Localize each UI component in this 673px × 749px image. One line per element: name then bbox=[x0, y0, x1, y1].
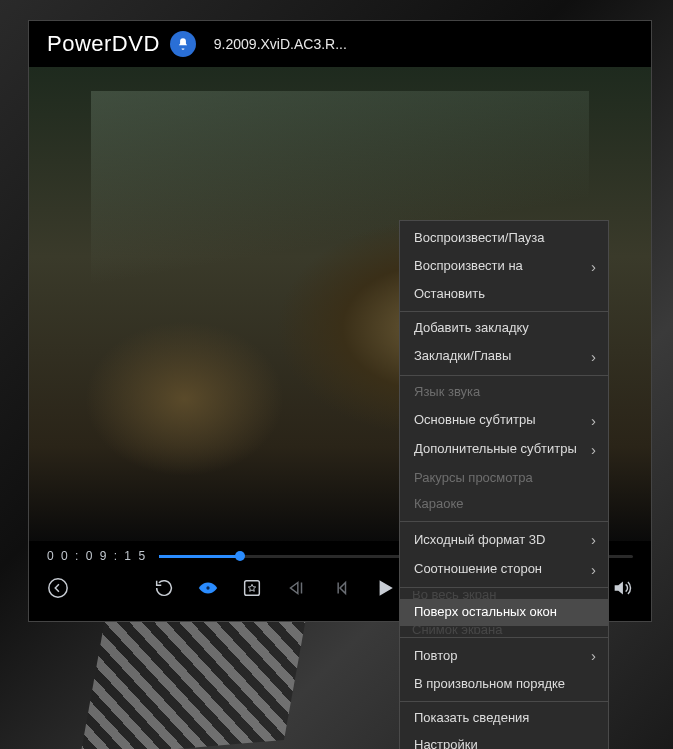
ctx-item-label: Во весь экран bbox=[412, 591, 496, 599]
ctx-item[interactable]: Во весь экран bbox=[400, 591, 608, 599]
notification-bell-icon[interactable] bbox=[170, 31, 196, 57]
prev-chapter-icon[interactable] bbox=[285, 577, 307, 599]
svg-point-1 bbox=[206, 586, 211, 591]
ctx-item[interactable]: Дополнительные субтитры bbox=[400, 435, 608, 465]
progress-fill bbox=[159, 555, 240, 558]
ctx-item-label: Закладки/Главы bbox=[414, 348, 511, 365]
ctx-item[interactable]: В произвольном порядке bbox=[400, 671, 608, 698]
elapsed-time: 0 0 : 0 9 : 1 5 bbox=[47, 549, 147, 563]
ctx-item[interactable]: Основные субтитры bbox=[400, 406, 608, 436]
play-pause-button[interactable] bbox=[373, 577, 395, 599]
ctx-item[interactable]: Соотношение сторон bbox=[400, 555, 608, 585]
ctx-item-label: Показать сведения bbox=[414, 710, 529, 727]
ctx-item[interactable]: Остановить bbox=[400, 281, 608, 308]
ctx-separator bbox=[400, 587, 608, 588]
ctx-item[interactable]: Повтор bbox=[400, 641, 608, 671]
rotate-icon[interactable] bbox=[153, 577, 175, 599]
ctx-item: Ракурсы просмотра bbox=[400, 465, 608, 492]
ctx-item-label: Основные субтитры bbox=[414, 412, 536, 429]
ctx-separator bbox=[400, 375, 608, 376]
ctx-item-label: Дополнительные субтитры bbox=[414, 441, 577, 458]
ctx-item[interactable]: Воспроизвести на bbox=[400, 252, 608, 282]
progress-knob[interactable] bbox=[235, 551, 245, 561]
ctx-item-label: Остановить bbox=[414, 286, 485, 303]
ctx-item-label: Соотношение сторон bbox=[414, 561, 542, 578]
ctx-item-label: Повтор bbox=[414, 648, 457, 665]
bookmark-button[interactable] bbox=[241, 577, 263, 599]
ctx-item[interactable]: Исходный формат 3D bbox=[400, 525, 608, 555]
svg-rect-2 bbox=[245, 581, 260, 596]
ctx-item[interactable]: Настройки bbox=[400, 732, 608, 749]
ctx-item-label: Поверх остальных окон bbox=[414, 604, 557, 621]
truetheater-icon[interactable] bbox=[197, 577, 219, 599]
app-name: PowerDVD bbox=[47, 31, 160, 57]
context-menu: Воспроизвести/ПаузаВоспроизвести наОстан… bbox=[399, 220, 609, 749]
ctx-separator bbox=[400, 701, 608, 702]
ctx-item[interactable]: Добавить закладку bbox=[400, 315, 608, 342]
titlebar: PowerDVD 9.2009.XviD.AC3.R... bbox=[29, 21, 651, 67]
ctx-item[interactable]: Закладки/Главы bbox=[400, 342, 608, 372]
open-file-title: 9.2009.XviD.AC3.R... bbox=[214, 36, 347, 52]
ctx-item: Язык звука bbox=[400, 379, 608, 406]
step-back-icon[interactable] bbox=[329, 577, 351, 599]
ctx-item: Караоке bbox=[400, 491, 608, 518]
back-button[interactable] bbox=[47, 577, 69, 599]
ctx-item[interactable]: Показать сведения bbox=[400, 705, 608, 732]
svg-point-0 bbox=[49, 579, 67, 597]
ctx-item-label: Добавить закладку bbox=[414, 320, 529, 337]
ctx-item-label: В произвольном порядке bbox=[414, 676, 565, 693]
ctx-separator bbox=[400, 311, 608, 312]
ctx-item[interactable]: Поверх остальных окон bbox=[400, 599, 608, 626]
ctx-item[interactable]: Снимок экрана bbox=[400, 626, 608, 634]
ctx-separator bbox=[400, 637, 608, 638]
ctx-item-label: Настройки bbox=[414, 737, 478, 749]
ctx-item-label: Караоке bbox=[414, 496, 464, 513]
ctx-item-label: Снимок экрана bbox=[412, 626, 503, 634]
volume-icon[interactable] bbox=[611, 577, 633, 599]
ctx-separator bbox=[400, 521, 608, 522]
ctx-item-label: Воспроизвести/Пауза bbox=[414, 230, 545, 247]
ctx-item[interactable]: Воспроизвести/Пауза bbox=[400, 225, 608, 252]
ctx-item-label: Язык звука bbox=[414, 384, 480, 401]
ctx-item-label: Исходный формат 3D bbox=[414, 532, 545, 549]
ctx-item-label: Ракурсы просмотра bbox=[414, 470, 533, 487]
ctx-item-label: Воспроизвести на bbox=[414, 258, 523, 275]
